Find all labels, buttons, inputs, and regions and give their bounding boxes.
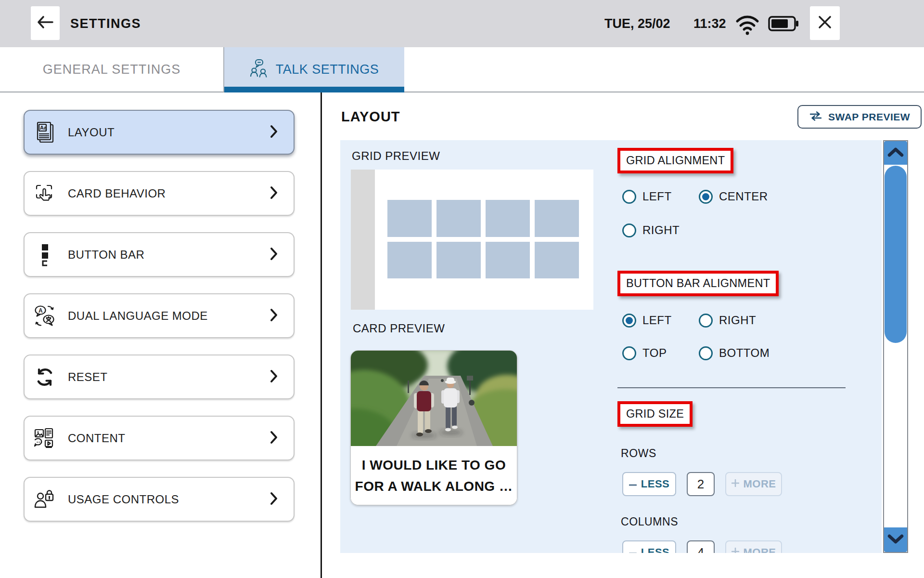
tab-general-settings[interactable]: GENERAL SETTINGS: [0, 47, 223, 92]
section-heading-layout: LAYOUT: [341, 109, 400, 125]
rows-more-button[interactable]: MORE: [725, 472, 782, 496]
sidebar-item-usage-controls[interactable]: USAGE CONTROLS: [24, 477, 295, 522]
columns-more-button[interactable]: MORE: [725, 540, 782, 553]
sidebar-item-label: CARD BEHAVIOR: [68, 187, 270, 200]
radio-circle[interactable]: [699, 314, 713, 328]
tab-talk-label: TALK SETTINGS: [276, 62, 379, 77]
scroll-up-button[interactable]: [884, 141, 907, 165]
sidebar-item-reset[interactable]: RESET: [24, 355, 295, 399]
chevron-right-icon: [270, 247, 278, 263]
radio-label: TOP: [642, 346, 667, 360]
chevron-up-icon: [887, 147, 904, 159]
grid-size-label: GRID SIZE: [626, 407, 684, 420]
sidebar-item-label: USAGE CONTROLS: [68, 493, 270, 506]
radio-bba-right[interactable]: RIGHT: [699, 313, 756, 328]
layout-settings-panel: GRID PREVIEW CARD PREVIEW: [340, 140, 882, 553]
walk-photo: [351, 351, 517, 446]
scrollbar-thumb[interactable]: [885, 166, 907, 343]
button-bar-preview-strip: [351, 170, 375, 310]
scroll-down-button[interactable]: [884, 527, 907, 552]
chevron-right-icon: [270, 185, 278, 202]
tab-talk-settings[interactable]: TALK SETTINGS: [223, 47, 404, 92]
translate-bubbles-icon: A: [32, 303, 57, 328]
minus-icon: [629, 480, 637, 488]
panel-scrollbar[interactable]: [883, 140, 908, 553]
radio-bba-top[interactable]: TOP: [622, 346, 667, 360]
grid-preview-cell: [535, 200, 579, 237]
sidebar-item-content[interactable]: CONTENT: [24, 416, 295, 460]
button-bar-icon: [32, 242, 57, 267]
status-time: 11:32: [693, 0, 726, 47]
radio-label: LEFT: [642, 314, 672, 327]
rows-label: ROWS: [621, 447, 656, 460]
content-tiles-icon: [32, 426, 57, 451]
sidebar-item-dual-language-mode[interactable]: A DUAL LANGUAGE MODE: [24, 293, 295, 338]
tab-general-label: GENERAL SETTINGS: [43, 62, 181, 77]
radio-circle[interactable]: [622, 223, 636, 237]
grid-preview-cell: [486, 200, 530, 237]
grid-preview: [351, 170, 593, 310]
radio-label: LEFT: [642, 190, 672, 203]
radio-grid-align-left[interactable]: LEFT: [622, 189, 672, 204]
wifi-icon: [733, 13, 761, 38]
radio-bba-left[interactable]: LEFT: [622, 313, 672, 328]
radio-bba-bottom[interactable]: BOTTOM: [699, 346, 770, 360]
card-caption-line1: I WOULD LIKE TO GO: [362, 455, 506, 475]
radio-circle[interactable]: [622, 314, 636, 328]
rows-less-button[interactable]: LESS: [622, 472, 676, 496]
close-icon: [818, 15, 832, 31]
page-title: SETTINGS: [70, 0, 141, 47]
grid-preview-label: GRID PREVIEW: [352, 149, 440, 163]
highlight-grid-alignment: GRID ALIGNMENT: [617, 148, 733, 173]
highlight-button-bar-alignment: BUTTON BAR ALIGNMENT: [617, 271, 779, 296]
chevron-right-icon: [270, 491, 278, 508]
less-label: LESS: [641, 546, 669, 553]
grid-preview-cell: [436, 242, 481, 279]
radio-circle[interactable]: [622, 190, 636, 204]
people-chat-icon: [250, 59, 269, 80]
rows-value[interactable]: 2: [687, 472, 715, 496]
swap-preview-button[interactable]: SWAP PREVIEW: [797, 105, 922, 129]
reset-arrows-icon: [32, 365, 57, 390]
chevron-right-icon: [270, 430, 278, 447]
grid-preview-cell: [387, 242, 432, 279]
grid-preview-cell: [535, 242, 579, 279]
person-lock-icon: [32, 487, 57, 512]
grid-preview-cells: [387, 200, 579, 278]
back-button[interactable]: [31, 6, 60, 40]
sidebar-item-card-behavior[interactable]: CARD BEHAVIOR: [24, 171, 295, 216]
sidebar-divider: [321, 92, 322, 578]
more-label: MORE: [744, 478, 776, 490]
sidebar-item-label: DUAL LANGUAGE MODE: [68, 309, 270, 323]
close-button[interactable]: [810, 6, 840, 40]
svg-text:Aa: Aa: [40, 125, 47, 131]
swap-preview-label: SWAP PREVIEW: [828, 111, 910, 123]
radio-circle[interactable]: [699, 346, 713, 360]
radio-grid-align-right[interactable]: RIGHT: [622, 223, 680, 237]
columns-label: COLUMNS: [621, 515, 678, 528]
columns-value[interactable]: 4: [687, 540, 715, 553]
sidebar-item-label: LAYOUT: [68, 126, 270, 139]
radio-label: CENTER: [719, 190, 768, 203]
svg-text:A: A: [38, 307, 43, 314]
back-arrow-icon: [36, 15, 54, 31]
tab-bar: GENERAL SETTINGS TALK SETTINGS: [0, 47, 924, 92]
sidebar-item-layout[interactable]: Aa LAYOUT: [24, 110, 295, 155]
more-label: MORE: [744, 546, 776, 553]
less-label: LESS: [641, 478, 669, 490]
chevron-right-icon: [270, 308, 278, 324]
card-preview-label: CARD PREVIEW: [353, 322, 445, 335]
radio-label: BOTTOM: [719, 346, 770, 360]
chevron-down-icon: [887, 534, 904, 546]
top-bar: SETTINGS TUE, 25/02 11:32: [0, 0, 924, 47]
columns-less-button[interactable]: LESS: [622, 540, 676, 553]
sidebar-item-button-bar[interactable]: BUTTON BAR: [24, 232, 295, 277]
radio-grid-align-center[interactable]: CENTER: [699, 189, 768, 204]
settings-screen: SETTINGS TUE, 25/02 11:32 G: [0, 0, 924, 578]
sidebar-item-label: RESET: [68, 370, 270, 384]
radio-circle[interactable]: [622, 346, 636, 360]
minus-icon: [629, 548, 637, 553]
highlight-grid-size: GRID SIZE: [617, 401, 693, 427]
sidebar-item-label: BUTTON BAR: [68, 248, 270, 262]
radio-circle[interactable]: [699, 190, 713, 204]
